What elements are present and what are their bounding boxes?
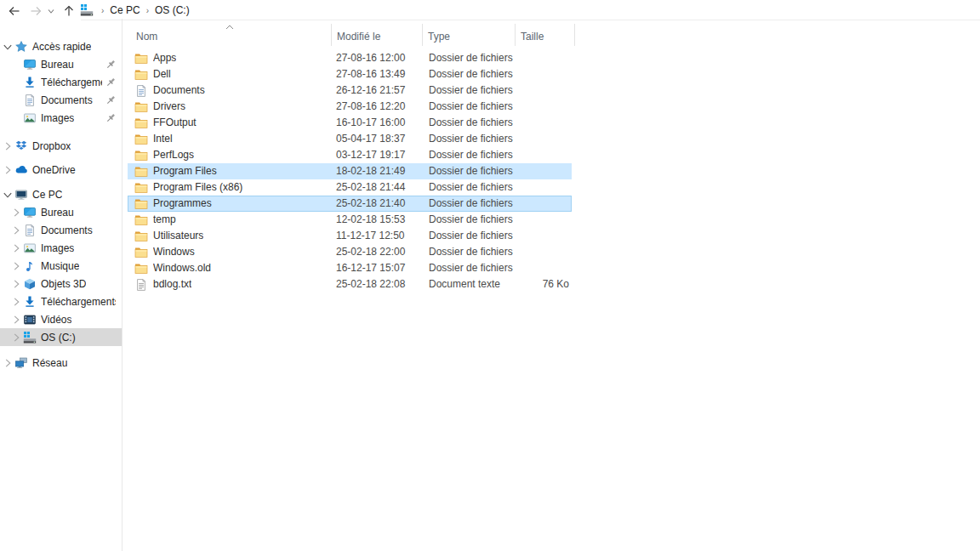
folder-icon bbox=[134, 246, 148, 259]
chevron-right-icon[interactable] bbox=[1, 163, 14, 177]
file-type: Dossier de fichiers bbox=[429, 82, 513, 99]
folder-icon bbox=[134, 116, 148, 130]
chevron-right-icon[interactable] bbox=[9, 295, 23, 309]
sidebar-item-musique[interactable]: Musique bbox=[0, 257, 122, 275]
table-row[interactable]: Program Files18-02-18 21:49Dossier de fi… bbox=[128, 163, 572, 179]
sidebar-item-label: Vidéos bbox=[41, 314, 71, 326]
table-row[interactable]: Programmes25-02-18 21:40Dossier de fichi… bbox=[128, 196, 572, 212]
sidebar-item-r-seau[interactable]: Réseau bbox=[0, 354, 122, 372]
sidebar-item-label: Bureau bbox=[41, 59, 74, 71]
pin-icon[interactable] bbox=[104, 76, 117, 89]
table-row[interactable]: temp12-02-18 15:53Dossier de fichiers bbox=[128, 212, 572, 228]
chevron-right-icon[interactable] bbox=[9, 277, 23, 291]
sidebar-item-label: Documents bbox=[41, 94, 93, 106]
sidebar-item-bureau[interactable]: Bureau bbox=[0, 203, 122, 221]
chevron-down-icon bbox=[47, 7, 55, 15]
forward-button[interactable] bbox=[26, 2, 45, 20]
sidebar-item-t-l-chargements[interactable]: Téléchargements bbox=[0, 293, 122, 310]
file-type: Dossier de fichiers bbox=[429, 163, 513, 179]
table-row[interactable]: Documents26-12-16 21:57Dossier de fichie… bbox=[128, 82, 572, 99]
sidebar-item-images[interactable]: Images bbox=[0, 109, 122, 127]
file-name: Windows.old bbox=[153, 260, 211, 276]
file-type: Dossier de fichiers bbox=[429, 99, 513, 115]
onedrive-icon bbox=[14, 163, 28, 177]
sidebar-item-bureau[interactable]: Bureau bbox=[0, 55, 122, 73]
sidebar-item-os-c[interactable]: OS (C:) bbox=[0, 328, 122, 346]
documents-icon bbox=[23, 224, 37, 237]
breadcrumb-segment[interactable]: Ce PC bbox=[110, 4, 140, 16]
chevron-right-icon[interactable] bbox=[9, 206, 23, 219]
file-name: PerfLogs bbox=[153, 147, 194, 163]
chevron-right-icon[interactable] bbox=[9, 313, 23, 327]
file-modified-date: 11-12-17 12:50 bbox=[336, 228, 405, 244]
table-row[interactable]: Dell27-08-16 13:49Dossier de fichiers bbox=[128, 66, 572, 82]
network-icon bbox=[14, 356, 28, 370]
table-row[interactable]: PerfLogs03-12-17 19:17Dossier de fichier… bbox=[128, 147, 572, 163]
documents-icon bbox=[134, 84, 148, 98]
column-header-label: Taille bbox=[521, 31, 544, 43]
chevron-down-icon[interactable] bbox=[1, 40, 14, 54]
pin-icon[interactable] bbox=[104, 111, 117, 125]
sidebar-item-vid-os[interactable]: Vidéos bbox=[0, 310, 122, 328]
address-bar-underline bbox=[81, 20, 980, 20]
sidebar-item-t-l-chargements[interactable]: Téléchargements bbox=[0, 73, 122, 91]
table-row[interactable]: Intel05-04-17 18:37Dossier de fichiers bbox=[128, 131, 572, 147]
sidebar-item-label: Téléchargements bbox=[41, 296, 116, 308]
sidebar-item-documents[interactable]: Documents bbox=[0, 221, 122, 239]
navigation-bar: ›Ce PC›OS (C:) bbox=[0, 0, 980, 22]
file-name: Program Files (x86) bbox=[153, 179, 242, 196]
breadcrumb-separator[interactable]: › bbox=[95, 6, 110, 15]
column-header-type[interactable]: Type bbox=[423, 24, 516, 46]
sidebar-item-images[interactable]: Images bbox=[0, 239, 122, 257]
file-name: Apps bbox=[153, 50, 176, 66]
drive-icon[interactable] bbox=[80, 3, 94, 17]
sidebar-item-ce-pc[interactable]: Ce PC bbox=[0, 185, 122, 203]
column-header-modifi-le[interactable]: Modifié le bbox=[332, 24, 423, 46]
cube-icon bbox=[23, 277, 37, 291]
table-row[interactable]: Utilisateurs11-12-17 12:50Dossier de fic… bbox=[128, 228, 572, 244]
chevron-right-icon[interactable] bbox=[9, 259, 23, 273]
sidebar-item-objets-3d[interactable]: Objets 3D bbox=[0, 275, 122, 293]
column-header-nom[interactable]: Nom bbox=[128, 24, 332, 46]
sidebar-item-dropbox[interactable]: Dropbox bbox=[0, 137, 122, 155]
pictures-icon bbox=[23, 111, 37, 125]
download-icon bbox=[23, 295, 37, 309]
file-type: Dossier de fichiers bbox=[429, 115, 513, 131]
folder-icon bbox=[134, 68, 148, 82]
sidebar-item-documents[interactable]: Documents bbox=[0, 91, 122, 109]
chevron-right-icon[interactable] bbox=[1, 356, 14, 370]
up-arrow-icon bbox=[62, 4, 76, 18]
folder-icon bbox=[134, 262, 148, 276]
up-button[interactable] bbox=[60, 2, 78, 20]
file-type: Dossier de fichiers bbox=[429, 260, 513, 276]
table-row[interactable]: bdlog.txt25-02-18 22:08Document texte76 … bbox=[128, 276, 572, 293]
sidebar-item-label: Bureau bbox=[41, 207, 74, 219]
table-row[interactable]: Program Files (x86)25-02-18 21:44Dossier… bbox=[128, 179, 572, 196]
file-type: Dossier de fichiers bbox=[429, 66, 513, 82]
pin-icon[interactable] bbox=[104, 58, 117, 71]
chevron-right-icon[interactable] bbox=[9, 331, 23, 344]
table-row[interactable]: Windows.old16-12-17 15:07Dossier de fich… bbox=[128, 260, 572, 276]
chevron-right-icon[interactable] bbox=[9, 241, 23, 255]
table-row[interactable]: Windows25-02-18 22:00Dossier de fichiers bbox=[128, 244, 572, 260]
recent-locations-dropdown[interactable] bbox=[45, 2, 57, 20]
column-header-taille[interactable]: Taille bbox=[516, 24, 575, 46]
sidebar-item-acc-s-rapide[interactable]: Accès rapide bbox=[0, 37, 122, 55]
file-explorer-window: { "colors": { "selection_bg": "#cce8ff",… bbox=[0, 0, 980, 551]
file-modified-date: 25-02-18 22:00 bbox=[336, 244, 405, 260]
back-button[interactable] bbox=[5, 2, 24, 20]
file-name: bdlog.txt bbox=[153, 276, 191, 293]
breadcrumb-separator[interactable]: › bbox=[140, 6, 155, 15]
computer-icon bbox=[14, 188, 28, 202]
chevron-right-icon[interactable] bbox=[9, 224, 23, 237]
forward-arrow-icon bbox=[29, 4, 43, 18]
breadcrumb-segment[interactable]: OS (C:) bbox=[155, 4, 190, 16]
chevron-down-icon[interactable] bbox=[1, 188, 14, 202]
sidebar-item-onedrive[interactable]: OneDrive bbox=[0, 161, 122, 179]
table-row[interactable]: Apps27-08-16 12:00Dossier de fichiers bbox=[128, 50, 572, 66]
desktop-icon bbox=[23, 206, 37, 219]
table-row[interactable]: FFOutput16-10-17 16:00Dossier de fichier… bbox=[128, 115, 572, 131]
table-row[interactable]: Drivers27-08-16 12:20Dossier de fichiers bbox=[128, 99, 572, 115]
chevron-right-icon[interactable] bbox=[1, 139, 14, 153]
pin-icon[interactable] bbox=[104, 94, 117, 107]
